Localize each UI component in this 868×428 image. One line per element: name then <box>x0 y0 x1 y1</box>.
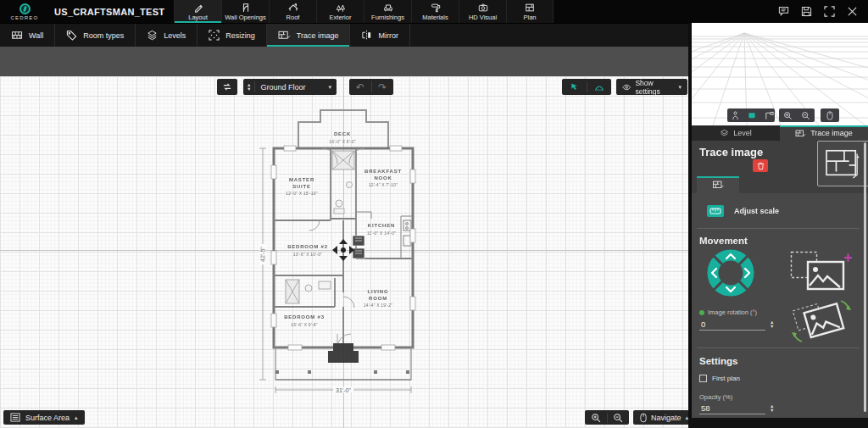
delete-trace-button[interactable] <box>753 159 768 172</box>
move-dpad[interactable] <box>704 246 758 300</box>
checkbox-icon[interactable] <box>699 375 707 382</box>
room-label-master-suite: MASTER SUITE 12'-0" X 15'-10" <box>281 177 322 196</box>
sync-floors-button[interactable] <box>217 79 237 95</box>
panel-tab-trace-image[interactable]: Trace image <box>780 125 868 141</box>
navigate-button[interactable]: Navigate ▴ <box>633 410 695 425</box>
rotation-label-row: Image rotation (°) <box>699 308 757 316</box>
tool-trace-image[interactable]: Trace image <box>267 24 351 47</box>
tab-furnishings[interactable]: Furnishings <box>364 0 411 23</box>
settings-section-title: Settings <box>699 356 737 366</box>
navigate-3d-button[interactable] <box>821 108 839 122</box>
cedreo-logo[interactable]: CEDREO <box>0 0 49 23</box>
chevron-down-icon: ▾ <box>328 84 331 91</box>
draw-mode-group <box>562 79 611 95</box>
room-label-bedroom-3: BEDROOM #3 15'-6" X 9'-8" <box>273 314 336 327</box>
roof-icon <box>288 3 298 13</box>
tab-wall-openings[interactable]: Wall Openings <box>221 0 269 23</box>
walkthrough-button[interactable] <box>727 108 743 122</box>
first-plan-checkbox-row[interactable]: First plan <box>699 375 740 382</box>
cedreo-app-window: CEDREO US_CRAFTSMAN_TEST Layout Wall Ope… <box>0 0 868 428</box>
room-label-breakfast-nook: BREAKFAST NOOK 12'-4" X 7'-10" <box>359 169 407 187</box>
floor-stepper[interactable]: ▲▼ <box>247 83 251 91</box>
trash-icon <box>757 162 765 170</box>
tool-wall[interactable]: Wall <box>0 24 55 47</box>
tool-mirror[interactable]: Mirror <box>350 24 410 47</box>
divider <box>697 228 860 229</box>
panel-title: Trace image <box>699 146 763 158</box>
move-image-icon[interactable] <box>790 251 853 293</box>
layers-icon <box>720 129 729 138</box>
mirror-icon <box>361 30 372 41</box>
adjust-scale-button[interactable]: Adjust scale <box>707 205 779 217</box>
arc-wall-icon <box>593 82 605 92</box>
tool-room-types[interactable]: Room types <box>55 24 136 47</box>
tab-hd-visual[interactable]: HD Visual <box>459 0 506 23</box>
undo-button[interactable]: ↶ <box>349 79 371 95</box>
redo-button[interactable]: ↷ <box>372 79 394 95</box>
preview-3d-view[interactable] <box>692 23 868 125</box>
porch-steps <box>328 343 359 363</box>
tool-resizing[interactable]: Resizing <box>198 24 267 47</box>
tab-exterior[interactable]: Exterior <box>316 0 364 23</box>
cedreo-logo-text: CEDREO <box>11 15 39 20</box>
toolbar-spacer-band <box>0 47 688 76</box>
panel-tab-level[interactable]: Level <box>692 125 780 141</box>
opacity-input[interactable] <box>699 403 765 414</box>
floor-plan-canvas[interactable]: DECK 16'-0" X 8'-0" MASTER SUITE 12'-0" … <box>0 76 688 428</box>
rotation-stepper[interactable]: ▲▼ <box>770 320 774 328</box>
rotate-image-icon[interactable] <box>788 297 854 346</box>
trace-image-thumbnail[interactable] <box>817 141 868 186</box>
zoom-out-button[interactable] <box>608 413 630 423</box>
floor-selector[interactable]: ▲▼ Ground Floor ▾ <box>243 79 337 95</box>
snap-tool-button[interactable] <box>562 79 587 95</box>
sync-icon <box>222 82 232 92</box>
surface-area-button[interactable]: Surface Area ▴ <box>3 410 85 425</box>
panel-tab-bar: Level Trace image <box>692 125 868 141</box>
tab-layout[interactable]: Layout <box>174 0 221 23</box>
list-icon <box>10 413 20 422</box>
close-icon[interactable] <box>847 6 858 17</box>
arc-wall-button[interactable] <box>587 79 612 95</box>
chevron-down-icon: ▾ <box>678 84 682 91</box>
zoom-in-button[interactable] <box>585 413 607 423</box>
window-controls <box>778 0 858 23</box>
zoom-in-3d-button[interactable] <box>779 108 797 122</box>
floor-plan-view-button[interactable] <box>760 108 778 122</box>
aerial-view-button[interactable] <box>743 108 760 122</box>
show-settings-button[interactable]: Show settings ▾ <box>616 79 687 95</box>
tool-levels[interactable]: Levels <box>136 24 198 47</box>
sofa-icon <box>383 3 393 13</box>
tag-icon <box>66 30 77 41</box>
panel-bottom-strip <box>688 418 868 428</box>
fullscreen-icon[interactable] <box>824 6 835 17</box>
main-tab-bar: Layout Wall Openings Roof Exterior Furni… <box>174 0 554 23</box>
panel-scrollbar[interactable] <box>864 142 866 412</box>
ruler-icon <box>707 205 724 217</box>
trace-image-subtab[interactable] <box>697 176 739 193</box>
dimension-height: 42'-5" <box>260 244 266 264</box>
save-icon[interactable] <box>801 6 812 17</box>
movement-section-title: Movement <box>699 236 748 246</box>
camera-icon <box>478 3 488 13</box>
resize-icon <box>209 30 220 41</box>
floor-selector-value: Ground Floor <box>260 83 305 92</box>
tab-plan[interactable]: Plan <box>506 0 554 23</box>
trace-image-icon <box>278 30 291 41</box>
opacity-stepper[interactable]: ▲▼ <box>770 404 774 412</box>
undo-redo-group: ↶ ↷ <box>349 79 393 95</box>
paint-roller-icon <box>431 3 441 13</box>
wall-icon <box>11 30 23 41</box>
zoom-out-3d-button[interactable] <box>797 108 815 122</box>
view-mode-group <box>727 108 775 122</box>
rotation-input[interactable] <box>699 319 765 331</box>
tab-materials[interactable]: Materials <box>411 0 459 23</box>
opacity-label: Opacity (%) <box>699 393 732 401</box>
floor-plan-trace: DECK 16'-0" X 8'-0" MASTER SUITE 12'-0" … <box>237 85 466 420</box>
trace-image-icon <box>712 180 725 190</box>
layout-toolbar: Wall Room types Levels Resizing Trace im… <box>0 23 688 47</box>
tab-roof[interactable]: Roof <box>269 0 316 23</box>
comment-icon[interactable] <box>778 6 789 17</box>
chevron-up-icon: ▴ <box>75 414 78 421</box>
zoom-in-icon <box>783 111 793 120</box>
eye-icon <box>622 83 631 92</box>
